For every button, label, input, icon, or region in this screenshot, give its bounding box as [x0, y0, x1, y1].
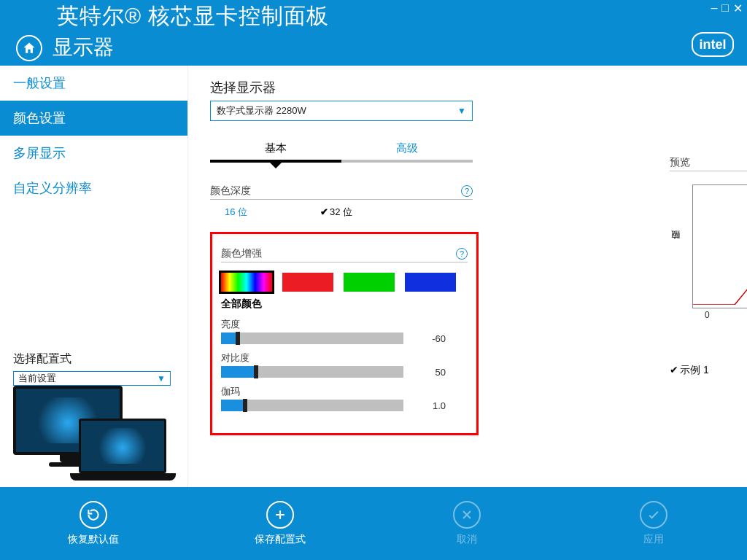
help-icon[interactable]: ?	[456, 248, 468, 260]
save-profile-button[interactable]: 保存配置式	[187, 487, 374, 560]
depth-option-32[interactable]: 32 位	[320, 206, 352, 219]
color-enhance-label: 颜色增强	[221, 247, 262, 260]
sidebar: 一般设置 颜色设置 多屏显示 自定义分辨率 选择配置式 当前设置 ▼	[0, 66, 188, 487]
apply-button[interactable]: 应用	[560, 487, 747, 560]
chevron-down-icon: ▼	[157, 373, 166, 384]
depth-option-16[interactable]: 16 位	[225, 206, 247, 219]
contrast-label: 对比度	[221, 351, 468, 365]
cancel-button[interactable]: 取消	[374, 487, 560, 560]
minimize-icon[interactable]: –	[711, 1, 717, 15]
header-bar: 英特尔® 核芯显卡控制面板 – □ ✕ 显示器 intel	[0, 0, 747, 66]
swatch-red[interactable]	[282, 273, 333, 292]
brightness-slider[interactable]	[221, 332, 403, 344]
contrast-value: 50	[417, 367, 446, 378]
sidebar-item-multi[interactable]: 多屏显示	[0, 136, 187, 171]
sidebar-item-general[interactable]: 一般设置	[0, 66, 187, 101]
home-icon[interactable]	[16, 35, 42, 61]
select-display-label: 选择显示器	[210, 79, 725, 96]
sidebar-item-custom-res[interactable]: 自定义分辨率	[0, 171, 187, 206]
preview-label: 预览	[670, 156, 690, 169]
preview-panel: 预览 ? 响应 255 0 RGB 255	[670, 156, 747, 377]
maximize-icon[interactable]: □	[721, 1, 729, 15]
apply-label: 应用	[643, 533, 664, 546]
profile-select-value: 当前设置	[18, 372, 56, 385]
swatch-green[interactable]	[344, 273, 395, 292]
devices-illustration	[0, 386, 187, 491]
restore-defaults-button[interactable]: 恢复默认值	[0, 487, 187, 560]
undo-icon	[80, 501, 107, 529]
contrast-slider[interactable]	[221, 366, 403, 378]
plus-icon	[266, 501, 294, 529]
chevron-down-icon: ▼	[457, 106, 466, 116]
display-select[interactable]: 数字式显示器 2280W ▼	[210, 101, 473, 121]
app-title: 英特尔® 核芯显卡控制面板	[57, 1, 329, 31]
restore-defaults-label: 恢复默认值	[68, 533, 119, 546]
chart-x-left: 0	[705, 310, 710, 320]
brightness-label: 亮度	[221, 318, 468, 331]
gamma-slider[interactable]	[221, 400, 403, 411]
close-icon[interactable]: ✕	[733, 1, 743, 15]
sidebar-item-color[interactable]: 颜色设置	[0, 101, 187, 136]
x-icon	[453, 501, 481, 529]
color-depth-label: 颜色深度	[210, 184, 251, 198]
swatch-blue[interactable]	[405, 273, 456, 292]
cancel-label: 取消	[457, 533, 477, 546]
brightness-value: -60	[417, 333, 446, 344]
tab-basic[interactable]: 基本	[210, 141, 341, 163]
help-icon[interactable]: ?	[461, 185, 473, 197]
color-enhance-box: 颜色增强 ? 全部颜色 亮度 -60	[210, 232, 479, 435]
footer-bar: 恢复默认值 保存配置式 取消 应用	[0, 487, 747, 560]
color-depth-row: 颜色深度 ?	[210, 184, 473, 200]
preview-chart	[692, 184, 747, 308]
swatch-all-colors[interactable]	[221, 273, 272, 292]
main-panel: 选择显示器 数字式显示器 2280W ▼ 基本 高级 颜色深度 ? 16 位 3…	[188, 66, 747, 487]
intel-logo: intel	[692, 32, 734, 57]
gamma-value: 1.0	[417, 400, 446, 411]
display-select-value: 数字式显示器 2280W	[217, 104, 306, 117]
check-icon	[640, 501, 667, 529]
section-title: 显示器	[53, 34, 114, 61]
swatch-all-label: 全部颜色	[221, 298, 468, 311]
profile-select[interactable]: 当前设置 ▼	[13, 371, 171, 386]
profile-select-label: 选择配置式	[0, 351, 187, 371]
tabs: 基本 高级	[210, 141, 473, 163]
laptop-icon	[79, 419, 177, 481]
save-profile-label: 保存配置式	[255, 533, 306, 546]
example-1[interactable]: 示例 1	[670, 364, 709, 377]
tab-advanced[interactable]: 高级	[341, 141, 473, 163]
gamma-label: 伽玛	[221, 385, 468, 398]
window-controls: – □ ✕	[711, 1, 743, 15]
